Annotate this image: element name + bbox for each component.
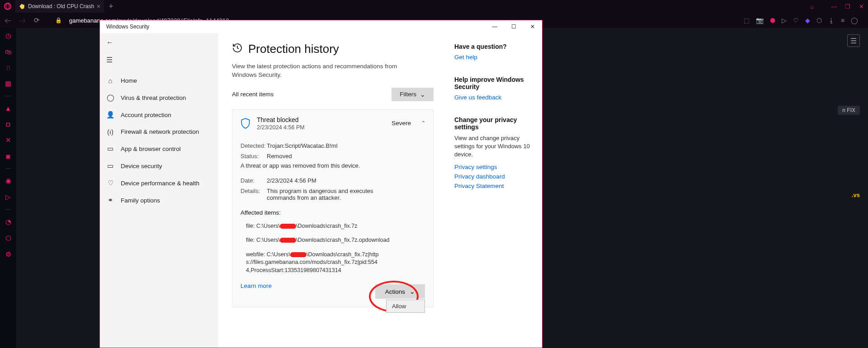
privacy-desc: View and change privacy settings for you… [454, 134, 535, 159]
gear-icon[interactable]: ⚙ [5, 250, 11, 259]
threat-time: 2/23/2024 4:56 PM [257, 124, 386, 131]
all-recent-label: All recent items [232, 91, 274, 98]
details-label: Details: [241, 188, 267, 201]
details-value: This program is dangerous and executes c… [267, 188, 402, 201]
detected-value: Trojan:Script/Wacatac.B!ml [267, 142, 425, 149]
play-icon[interactable]: ▷ [5, 193, 11, 201]
discord-icon[interactable]: ◙ [6, 152, 10, 160]
window-icon: ▭ [106, 145, 114, 153]
diamond-icon[interactable]: ◆ [805, 17, 810, 24]
page-title: Protection history [232, 42, 434, 56]
redacted [290, 252, 307, 257]
flame-icon[interactable]: ▲ [5, 104, 12, 112]
date-value: 2/23/2024 4:56 PM [267, 177, 425, 184]
search-icon[interactable]: ⌕ [810, 3, 814, 10]
affected-item: webfile: C:\Users\\Downloads\crash_fix.7… [246, 251, 382, 275]
feedback-link[interactable]: Give us feedback [454, 94, 535, 101]
heart-pulse-icon: ♡ [106, 179, 114, 187]
affected-item: file: C:\Users\\Downloads\crash_fix.7z [246, 222, 425, 230]
nav-perf[interactable]: ♡Device performance & health [100, 174, 218, 192]
nav-virus[interactable]: ◯Virus & threat protection [100, 89, 218, 106]
opera-logo-icon[interactable] [0, 0, 15, 13]
nav-forward-icon: 🡢 [17, 17, 27, 24]
lock-icon[interactable]: 🔒 [55, 17, 62, 24]
ws-maximize-icon[interactable]: ☐ [504, 20, 523, 33]
clock-icon[interactable]: ◷ [5, 32, 11, 40]
removed-note: A threat or app was removed from this de… [241, 162, 425, 169]
separator [5, 209, 11, 210]
new-tab-button[interactable]: + [104, 2, 118, 11]
separator [5, 96, 11, 96]
nav-app[interactable]: ▭App & browser control [100, 140, 218, 157]
status-label: Status: [241, 153, 267, 160]
settings-icon[interactable]: ≡ [841, 17, 844, 24]
browser-close-icon[interactable]: ✕ [854, 3, 868, 10]
shield-icon[interactable]: ⬢ [770, 17, 775, 24]
history-clock-icon [232, 42, 243, 56]
improve-title: Help improve Windows Security [454, 76, 535, 90]
page-menu-icon[interactable]: ☰ [847, 34, 860, 47]
threat-header[interactable]: Threat blocked 2/23/2024 4:56 PM Severe … [232, 110, 433, 137]
privacy-dashboard-link[interactable]: Privacy dashboard [454, 173, 535, 180]
filters-button[interactable]: Filters ⌄ [392, 88, 434, 101]
chevron-up-icon: ⌃ [421, 120, 426, 127]
ws-back-icon[interactable]: ← [100, 33, 218, 52]
x-icon[interactable]: ✕ [5, 136, 11, 144]
allow-menu-item[interactable]: Allow [387, 300, 425, 312]
detected-label: Detected: [241, 142, 267, 149]
cube-icon[interactable]: ⬡ [816, 17, 822, 24]
threat-severity: Severe [392, 120, 411, 127]
question-title: Have a question? [454, 43, 535, 50]
redacted [280, 224, 296, 229]
privacy-statement-link[interactable]: Privacy Statement [454, 183, 535, 189]
bag-icon[interactable]: 🛍 [5, 48, 12, 56]
privacy-settings-link[interactable]: Privacy settings [454, 164, 535, 170]
tab-title: Download : Old CPU Crash [28, 3, 94, 9]
download-icon[interactable]: ⭳ [828, 17, 835, 24]
ws-close-icon[interactable]: ✕ [523, 20, 542, 33]
page-subtitle: View the latest protection actions and r… [232, 62, 413, 80]
get-help-link[interactable]: Get help [454, 54, 535, 61]
play-circle-icon[interactable]: ◉ [5, 177, 11, 185]
ws-titlebar[interactable]: Windows Security — ☐ ✕ [100, 20, 542, 33]
redacted [280, 238, 296, 243]
ws-window-title: Windows Security [106, 24, 149, 30]
windows-security-window: Windows Security — ☐ ✕ ← ☰ ⌂Home ◯Virus … [99, 20, 542, 348]
separator [5, 168, 11, 169]
ws-minimize-icon[interactable]: — [485, 20, 504, 33]
ws-hamburger-icon[interactable]: ☰ [100, 52, 218, 68]
threat-title: Threat blocked [257, 116, 386, 123]
send-icon[interactable]: ▷ [782, 17, 787, 24]
nav-reload-icon[interactable]: ⟳ [32, 16, 42, 24]
box-icon[interactable]: ⬡ [5, 234, 11, 242]
date-label: Date: [241, 177, 267, 184]
nav-home[interactable]: ⌂Home [100, 72, 218, 89]
nav-back-icon[interactable]: 🡠 [3, 17, 13, 24]
threat-card: Threat blocked 2/23/2024 4:56 PM Severe … [232, 109, 434, 308]
profile-icon[interactable]: ◯ [851, 17, 858, 24]
page-yellow-text: .vs [852, 192, 860, 198]
camera-icon[interactable]: 📷 [756, 17, 764, 24]
svg-point-0 [5, 3, 11, 9]
people-icon: ⚭ [106, 196, 114, 204]
browser-tab[interactable]: Download : Old CPU Crash × [15, 0, 104, 13]
nav-family[interactable]: ⚭Family options [100, 192, 218, 209]
nav-account[interactable]: 👤Account protection [100, 106, 218, 123]
page-badge: n FIX [838, 106, 860, 115]
extension-icon[interactable]: ⬚ [744, 17, 750, 24]
instagram-icon[interactable]: ◘ [6, 120, 10, 128]
tab-close-icon[interactable]: × [97, 3, 100, 10]
shield-outline-icon: ◯ [106, 94, 114, 102]
ws-sidebar: ← ☰ ⌂Home ◯Virus & threat protection 👤Ac… [100, 33, 218, 348]
antenna-icon: (ı) [106, 128, 114, 136]
browser-maximize-icon[interactable]: ❐ [841, 3, 854, 10]
learn-more-link[interactable]: Learn more [241, 282, 272, 289]
nav-firewall[interactable]: (ı)Firewall & network protection [100, 123, 218, 140]
browser-minimize-icon[interactable]: — [827, 3, 841, 10]
heart-icon[interactable]: ♡ [793, 17, 799, 24]
chip-icon[interactable]: ▦ [5, 80, 11, 88]
history-icon[interactable]: ◔ [5, 218, 11, 226]
twitch-icon[interactable]: ⎍ [6, 64, 10, 71]
actions-button[interactable]: Actions ⌄ [375, 284, 425, 299]
nav-device[interactable]: ▭Device security [100, 157, 218, 174]
